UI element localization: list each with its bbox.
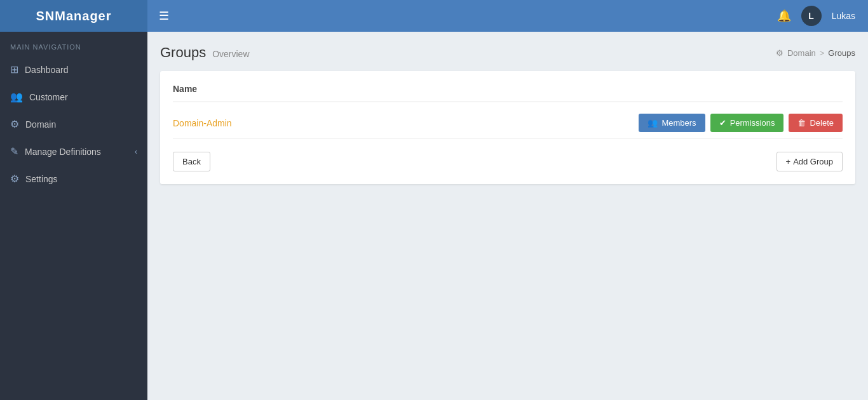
sidebar: MAIN NAVIGATION ⊞ Dashboard 👥 Customer ⚙… [0,32,147,400]
card-footer: Back + Add Group [173,149,843,171]
group-name-link[interactable]: Domain-Admin [173,118,639,128]
breadcrumb-separator: > [820,48,825,58]
breadcrumb: ⚙ Domain > Groups [776,48,855,58]
sidebar-item-label: Dashboard [25,65,137,75]
permissions-icon: ✔ [719,118,726,128]
page-title: Groups [160,44,206,61]
menu-toggle-button[interactable]: ☰ [147,9,180,23]
sidebar-item-manage-definitions[interactable]: ✎ Manage Definitions ‹ [0,138,147,165]
breadcrumb-current: Groups [828,48,855,58]
breadcrumb-settings-icon: ⚙ [776,48,783,58]
customer-icon: 👥 [10,91,23,103]
chevron-left-icon: ‹ [135,147,137,156]
username-label[interactable]: Lukas [832,11,855,21]
page-subtitle: Overview [212,49,249,59]
sidebar-item-label: Customer [29,92,137,102]
sidebar-item-label: Domain [25,119,137,130]
sidebar-item-label: Manage Definitions [25,147,128,157]
brand-logo: SNManager [0,0,147,32]
delete-button[interactable]: 🗑 Delete [789,114,843,132]
breadcrumb-domain: Domain [787,48,816,58]
nav-section-label: MAIN NAVIGATION [0,32,147,56]
plus-icon: + [786,157,791,166]
permissions-button[interactable]: ✔ Permissions [710,114,784,132]
sidebar-item-label: Settings [25,174,137,184]
sidebar-item-domain[interactable]: ⚙ Domain [0,110,147,138]
back-button[interactable]: Back [173,152,210,171]
sidebar-item-settings[interactable]: ⚙ Settings [0,165,147,192]
groups-card: Name Domain-Admin 👥 Members ✔ Permission… [160,71,855,184]
add-group-button[interactable]: + Add Group [776,152,843,171]
trash-icon: 🗑 [797,118,806,128]
members-button[interactable]: 👥 Members [639,114,705,132]
members-icon: 👥 [648,118,658,128]
sidebar-item-customer[interactable]: 👥 Customer [0,83,147,110]
notification-button[interactable]: 🔔 [777,9,791,23]
domain-icon: ⚙ [10,118,19,130]
settings-icon: ⚙ [10,173,19,185]
page-header: Groups Overview ⚙ Domain > Groups [160,44,855,61]
avatar[interactable]: L [801,6,822,26]
manage-definitions-icon: ✎ [10,145,18,157]
hamburger-icon: ☰ [159,10,169,22]
table-row: Domain-Admin 👥 Members ✔ Permissions 🗑 D… [173,107,843,139]
main-content: Groups Overview ⚙ Domain > Groups Name D… [147,32,868,400]
dashboard-icon: ⊞ [10,63,18,76]
table-column-name: Name [173,84,843,102]
bell-icon: 🔔 [777,10,791,22]
row-actions: 👥 Members ✔ Permissions 🗑 Delete [639,114,843,132]
brand-name: SNManager [36,9,111,23]
sidebar-item-dashboard[interactable]: ⊞ Dashboard [0,56,147,83]
